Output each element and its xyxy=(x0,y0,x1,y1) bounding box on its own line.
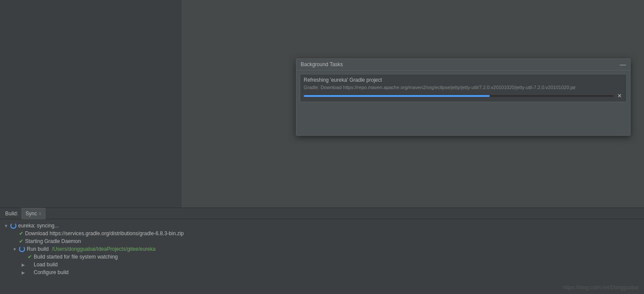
task-detail: Gradle: Download https://repo.maven.apac… xyxy=(304,85,623,90)
bottom-tabs: Build: Sync × xyxy=(0,208,644,219)
task-cancel-button[interactable]: ✕ xyxy=(616,93,623,99)
task-progress-bar-container xyxy=(304,95,614,97)
bg-tasks-title: Background Tasks xyxy=(301,61,343,67)
expand-icon[interactable]: ▼ xyxy=(3,224,9,228)
tree-row: ✔ Build started for file system watching xyxy=(3,253,641,261)
spin-icon xyxy=(10,223,16,229)
tree-row: ▶ ✔ Load build xyxy=(3,261,641,268)
bottom-panel: Build: Sync × ▼ eureka: syncing... ✔ Dow… xyxy=(0,208,644,294)
spin-icon xyxy=(19,246,25,252)
build-tree: ▼ eureka: syncing... ✔ Download https://… xyxy=(0,219,644,294)
tree-label: eureka: syncing... xyxy=(18,223,59,229)
check-icon: ✔ xyxy=(19,230,23,236)
tree-path: /Users/dongguabai/IdeaProjects/gitee/eur… xyxy=(52,246,155,252)
task-progress-bar xyxy=(304,95,490,97)
tree-row: ▶ ✔ Configure build xyxy=(3,268,641,276)
tree-label: Starting Gradle Daemon xyxy=(25,238,81,244)
main-area: Drop files here to open Background Tasks… xyxy=(181,0,644,227)
task-title: Refreshing 'eureka' Gradle project xyxy=(304,77,623,83)
tree-label: Download https://services.gradle.org/dis… xyxy=(25,230,184,236)
bg-tasks-header: Background Tasks — xyxy=(296,59,630,70)
minimize-button[interactable]: — xyxy=(620,61,626,67)
watermark-text: https://blog.csdn.net/Dongguabai xyxy=(563,284,639,291)
build-tab-label: Build: xyxy=(2,209,22,218)
check-icon: ✔ xyxy=(28,254,32,260)
tree-row: ✔ Download https://services.gradle.org/d… xyxy=(3,230,641,237)
task-progress-row: ✕ xyxy=(304,93,623,99)
sync-tab-close[interactable]: × xyxy=(39,211,41,216)
check-icon: ✔ xyxy=(19,238,23,244)
load-build-label: Load build xyxy=(34,262,57,268)
tree-label: Run build xyxy=(27,246,50,252)
tree-row: ▼ eureka: syncing... xyxy=(3,222,641,230)
expand-icon[interactable]: ▶ xyxy=(21,270,26,275)
expand-icon[interactable]: ▶ xyxy=(21,262,26,267)
task-item: Refreshing 'eureka' Gradle project Gradl… xyxy=(300,74,627,102)
sync-tab-label: Sync xyxy=(25,211,37,217)
background-tasks-dialog: Background Tasks — Refreshing 'eureka' G… xyxy=(296,58,631,136)
bg-tasks-body: Refreshing 'eureka' Gradle project Gradl… xyxy=(296,70,630,135)
tree-row: ▼ Run build /Users/dongguabai/IdeaProjec… xyxy=(3,245,641,253)
expand-icon[interactable]: ▼ xyxy=(12,247,17,252)
sync-tab[interactable]: Sync × xyxy=(22,208,45,219)
left-panel xyxy=(0,0,181,208)
watermark: https://blog.csdn.net/Dongguabai xyxy=(563,284,639,291)
tree-row: ✔ Starting Gradle Daemon xyxy=(3,237,641,245)
configure-build-label: Configure build xyxy=(34,269,69,275)
tree-label: Build started for file system watching xyxy=(34,254,118,260)
